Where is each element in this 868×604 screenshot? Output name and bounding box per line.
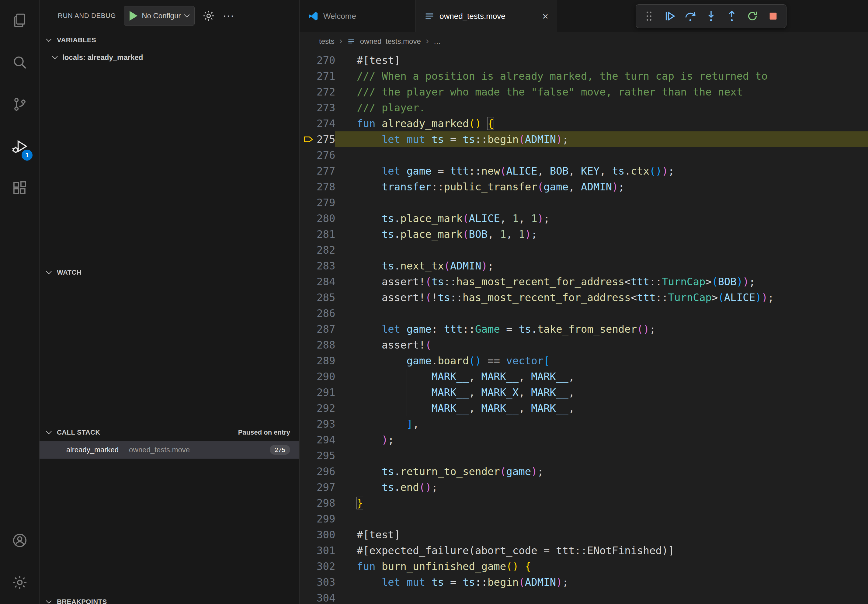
glyph-margin[interactable] — [299, 321, 316, 337]
line-number[interactable]: 303 — [316, 574, 335, 590]
line-number[interactable]: 272 — [316, 84, 335, 100]
glyph-margin[interactable] — [299, 353, 316, 369]
glyph-margin[interactable] — [299, 558, 316, 574]
glyph-margin[interactable] — [299, 337, 316, 353]
glyph-margin[interactable] — [299, 242, 316, 258]
code-text[interactable]: ts.return_to_sender(game); — [335, 463, 868, 479]
accounts-button[interactable] — [0, 520, 39, 562]
code-line-294[interactable]: 294); — [299, 432, 868, 448]
glyph-margin[interactable] — [299, 163, 316, 179]
code-text[interactable]: fun burn_unfinished_game() { — [335, 558, 868, 574]
debug-current-line-marker[interactable] — [299, 132, 316, 147]
code-line-273[interactable]: 273/// player. — [299, 100, 868, 116]
line-number[interactable]: 302 — [316, 558, 335, 574]
code-line-274[interactable]: 274fun already_marked() { — [299, 116, 868, 132]
code-text[interactable]: #[expected_failure(abort_code = ttt::ENo… — [335, 542, 868, 558]
code-line-277[interactable]: 277let game = ttt::new(ALICE, BOB, KEY, … — [299, 163, 868, 179]
code-line-276[interactable]: 276 — [299, 147, 868, 163]
code-line-275[interactable]: 275let mut ts = ts::begin(ADMIN); — [299, 132, 868, 147]
line-number[interactable]: 285 — [316, 290, 335, 305]
code-line-270[interactable]: 270#[test] — [299, 52, 868, 68]
step-over-button[interactable] — [684, 9, 698, 23]
code-text[interactable]: let game: ttt::Game = ts.take_from_sende… — [335, 321, 868, 337]
code-line-290[interactable]: 290MARK__, MARK__, MARK__, — [299, 369, 868, 384]
glyph-margin[interactable] — [299, 542, 316, 558]
glyph-margin[interactable] — [299, 511, 316, 527]
glyph-margin[interactable] — [299, 290, 316, 305]
code-line-288[interactable]: 288assert!( — [299, 337, 868, 353]
code-line-280[interactable]: 280ts.place_mark(ALICE, 1, 1); — [299, 211, 868, 226]
glyph-margin[interactable] — [299, 590, 316, 604]
code-text[interactable] — [335, 448, 868, 463]
glyph-margin[interactable] — [299, 479, 316, 495]
variables-scope-row[interactable]: locals: already_marked — [40, 49, 299, 66]
code-line-297[interactable]: 297ts.end(); — [299, 479, 868, 495]
code-line-279[interactable]: 279 — [299, 195, 868, 211]
glyph-margin[interactable] — [299, 574, 316, 590]
line-number[interactable]: 297 — [316, 479, 335, 495]
glyph-margin[interactable] — [299, 400, 316, 416]
line-number[interactable]: 294 — [316, 432, 335, 448]
code-line-304[interactable]: 304 — [299, 590, 868, 604]
tab-owned-tests-move[interactable]: owned_tests.move × — [416, 0, 557, 32]
code-text[interactable]: ts.place_mark(BOB, 1, 1); — [335, 226, 868, 242]
restart-button[interactable] — [746, 9, 760, 23]
glyph-margin[interactable] — [299, 52, 316, 68]
code-line-278[interactable]: 278transfer::public_transfer(game, ADMIN… — [299, 179, 868, 195]
sidebar-item-source-control[interactable] — [0, 84, 39, 126]
code-text[interactable]: MARK__, MARK__, MARK__, — [335, 369, 868, 384]
glyph-margin[interactable] — [299, 211, 316, 226]
glyph-margin[interactable] — [299, 527, 316, 542]
glyph-margin[interactable] — [299, 369, 316, 384]
debug-settings-gear-icon[interactable] — [203, 10, 215, 22]
glyph-margin[interactable] — [299, 147, 316, 163]
glyph-margin[interactable] — [299, 384, 316, 400]
breadcrumb-item-file[interactable]: owned_tests.move — [360, 37, 421, 46]
stop-button[interactable] — [766, 9, 780, 23]
code-line-302[interactable]: 302fun burn_unfinished_game() { — [299, 558, 868, 574]
line-number[interactable]: 288 — [316, 337, 335, 353]
sidebar-item-explorer[interactable] — [0, 0, 39, 42]
line-number[interactable]: 304 — [316, 590, 335, 604]
line-number[interactable]: 292 — [316, 400, 335, 416]
code-text[interactable]: /// the player who made the "false" move… — [335, 84, 868, 100]
glyph-margin[interactable] — [299, 495, 316, 511]
line-number[interactable]: 286 — [316, 305, 335, 321]
line-number[interactable]: 295 — [316, 448, 335, 463]
glyph-margin[interactable] — [299, 258, 316, 274]
code-line-292[interactable]: 292MARK__, MARK__, MARK__, — [299, 400, 868, 416]
breakpoints-section-header[interactable]: BREAKPOINTS — [40, 593, 299, 604]
code-line-283[interactable]: 283ts.next_tx(ADMIN); — [299, 258, 868, 274]
line-number[interactable]: 291 — [316, 384, 335, 400]
code-text[interactable] — [335, 195, 868, 211]
code-editor[interactable]: 270#[test]271/// When a position is alre… — [299, 51, 868, 604]
line-number[interactable]: 287 — [316, 321, 335, 337]
glyph-margin[interactable] — [299, 305, 316, 321]
line-number[interactable]: 283 — [316, 258, 335, 274]
code-text[interactable]: ], — [335, 416, 868, 432]
code-text[interactable]: assert!( — [335, 337, 868, 353]
more-actions-icon[interactable]: ⋯ — [223, 10, 234, 22]
glyph-margin[interactable] — [299, 116, 316, 132]
code-line-299[interactable]: 299 — [299, 511, 868, 527]
call-stack-frame-row[interactable]: already_marked owned_tests.move 275 — [40, 441, 299, 458]
code-line-298[interactable]: 298} — [299, 495, 868, 511]
line-number[interactable]: 296 — [316, 463, 335, 479]
glyph-margin[interactable] — [299, 68, 316, 84]
code-line-291[interactable]: 291MARK__, MARK_X, MARK__, — [299, 384, 868, 400]
code-line-293[interactable]: 293], — [299, 416, 868, 432]
tab-welcome[interactable]: Welcome — [299, 0, 416, 32]
line-number[interactable]: 293 — [316, 416, 335, 432]
code-text[interactable] — [335, 147, 868, 163]
code-text[interactable] — [335, 590, 868, 604]
line-number[interactable]: 280 — [316, 211, 335, 226]
line-number[interactable]: 289 — [316, 353, 335, 369]
line-number[interactable]: 276 — [316, 147, 335, 163]
glyph-margin[interactable] — [299, 226, 316, 242]
code-text[interactable] — [335, 511, 868, 527]
code-text[interactable]: fun already_marked() { — [335, 116, 868, 132]
sidebar-item-search[interactable] — [0, 42, 39, 84]
line-number[interactable]: 278 — [316, 179, 335, 195]
line-number[interactable]: 284 — [316, 274, 335, 290]
code-text[interactable] — [335, 305, 868, 321]
